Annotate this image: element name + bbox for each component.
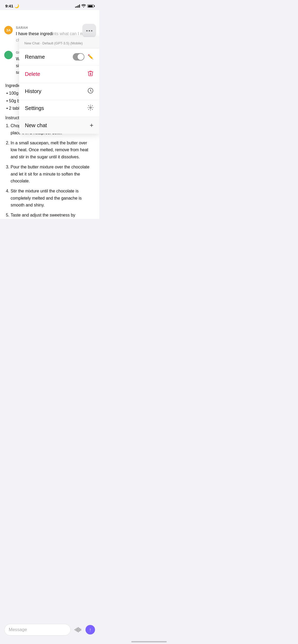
dropdown-menu: New Chat · Default (GPT-3.5) (Mobile) Re… <box>19 37 99 134</box>
dropdown-header-text: New Chat · Default (GPT-3.5) (Mobile) <box>24 41 83 45</box>
plus-icon: + <box>90 122 93 129</box>
new-chat-label: New chat <box>25 122 47 128</box>
moon-icon: 🌙 <box>14 4 19 8</box>
wifi-icon <box>82 4 86 8</box>
rename-controls: ✏️ <box>73 53 93 61</box>
rename-label: Rename <box>25 54 45 60</box>
settings-label: Settings <box>25 105 44 111</box>
history-icon <box>88 88 93 95</box>
more-options-button[interactable] <box>82 24 96 38</box>
toggle-knob <box>78 54 84 60</box>
svg-point-1 <box>90 107 91 108</box>
new-chat-menu-item[interactable]: New chat + <box>19 117 99 134</box>
signal-icon <box>75 4 80 8</box>
pencil-icon: ✏️ <box>88 54 93 60</box>
step-3: Pour the butter mixture over the chocola… <box>11 164 94 185</box>
rename-menu-item[interactable]: Rename ✏️ <box>19 48 99 66</box>
step-4: Stir the mixture until the chocolate is … <box>11 188 94 209</box>
sarah-avatar: 3A <box>4 26 13 34</box>
step-2: In a small saucepan, melt the butter ove… <box>11 140 94 160</box>
time-display: 9:41 <box>5 4 13 8</box>
dropdown-header: New Chat · Default (GPT-3.5) (Mobile) <box>19 37 99 48</box>
history-label: History <box>25 88 41 94</box>
settings-menu-item[interactable]: Settings <box>19 100 99 117</box>
status-bar: 9:41 🌙 <box>0 0 99 10</box>
delete-menu-item[interactable]: Delete <box>19 66 99 83</box>
step-5: Taste and adjust the sweetness by <box>11 212 94 219</box>
instructions-list: Chop the chocolate into small pieces and… <box>5 122 94 219</box>
status-time: 9:41 🌙 <box>5 4 19 8</box>
gear-icon <box>88 105 93 112</box>
delete-label: Delete <box>25 71 40 77</box>
trash-icon <box>88 70 93 78</box>
rename-toggle[interactable] <box>73 53 84 61</box>
history-menu-item[interactable]: History <box>19 83 99 100</box>
dots-icon <box>86 30 92 31</box>
status-icons <box>75 4 94 8</box>
gpt-avatar <box>4 51 13 59</box>
battery-icon <box>87 4 94 8</box>
